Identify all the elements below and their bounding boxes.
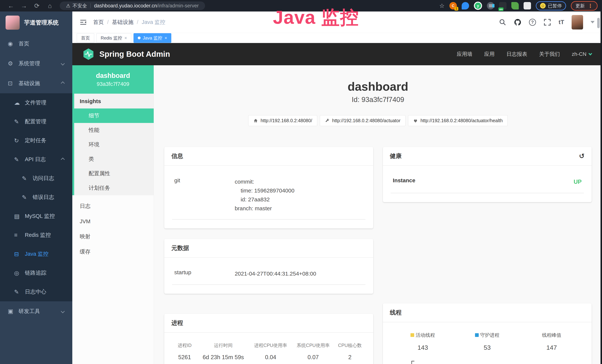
cloud-upload-icon: ☁ bbox=[14, 99, 25, 106]
main-content: dashboard Id: 93a3fc7f7409 http://192.16… bbox=[154, 65, 602, 364]
app-logo-image bbox=[6, 16, 20, 30]
sidebar-item-dev-tools[interactable]: ▣ 研发工具 bbox=[0, 301, 72, 321]
instance-item-logs[interactable]: 日志 bbox=[72, 199, 154, 214]
page-scrollbar[interactable] bbox=[597, 18, 600, 28]
sba-locale-select[interactable]: zh-CN bbox=[572, 51, 592, 57]
health-card-title: 健康 bbox=[390, 152, 402, 160]
process-table: 进程ID5261 运行时间6d 23h 15m 59s 进程CPU使用率0.04… bbox=[172, 342, 366, 361]
extension-icon-orange[interactable]: C1 bbox=[449, 2, 457, 10]
update-label: 更新 bbox=[575, 3, 585, 9]
browser-home-icon[interactable]: ⌂ bbox=[43, 2, 56, 10]
instance-item-caches[interactable]: 缓存 bbox=[72, 244, 154, 259]
extension-icon-green-y[interactable]: y bbox=[474, 2, 482, 10]
sidebar-item-config-mgmt[interactable]: ✎ 配置管理 bbox=[0, 112, 72, 131]
sidebar-item-log-center[interactable]: ✎ 日志中心 bbox=[0, 282, 72, 301]
tab-java-monitor[interactable]: Java 监控 × bbox=[133, 33, 171, 43]
health-url-button[interactable]: http://192.168.0.2:48080/actuator/health bbox=[408, 115, 508, 126]
insights-item-environment[interactable]: 环境 bbox=[74, 137, 154, 152]
back-icon[interactable]: ← bbox=[4, 2, 17, 10]
sidebar-item-java-monitor[interactable]: ⊟ Java 监控 bbox=[0, 245, 72, 264]
right-panel: 首页 / 基础设施 / Java 监控 ? tT bbox=[72, 11, 602, 364]
font-size-icon[interactable]: tT bbox=[559, 19, 564, 26]
sidebar-item-label: 文件管理 bbox=[25, 99, 46, 107]
sidebar-item-infrastructure[interactable]: ⊡ 基础设施 bbox=[0, 74, 72, 93]
forward-icon[interactable]: → bbox=[17, 2, 30, 10]
instance-item-mappings[interactable]: 映射 bbox=[72, 229, 154, 244]
sidebar-item-access-logs[interactable]: ✎ 访问日志 bbox=[0, 169, 72, 188]
close-icon[interactable]: × bbox=[124, 35, 127, 41]
collapse-sidebar-icon[interactable] bbox=[80, 19, 87, 25]
user-avatar[interactable] bbox=[572, 15, 583, 30]
insights-item-config-props[interactable]: 配置属性 bbox=[74, 166, 154, 181]
instance-header[interactable]: dashboard 93a3fc7f7409 bbox=[72, 65, 154, 94]
close-icon[interactable]: × bbox=[164, 35, 167, 41]
edit-icon: ✎ bbox=[14, 118, 25, 125]
sba-title: Spring Boot Admin bbox=[99, 50, 170, 59]
sidebar-item-api-logs[interactable]: ✎ API 日志 bbox=[0, 150, 72, 169]
help-icon[interactable]: ? bbox=[529, 19, 536, 26]
legend-live-threads: 活动线程 143 bbox=[391, 332, 455, 351]
layers-icon: ≡ bbox=[14, 232, 25, 238]
sidebar-item-redis-monitor[interactable]: ≡ Redis 监控 bbox=[0, 226, 72, 245]
process-col-header: 进程CPU使用率 bbox=[249, 342, 292, 348]
breadcrumb-item-infrastructure[interactable]: 基础设施 bbox=[112, 19, 133, 26]
search-icon[interactable] bbox=[499, 19, 506, 26]
sba-nav-applications[interactable]: 应用 bbox=[484, 51, 495, 58]
browser-menu-icon[interactable]: ⋮ bbox=[588, 3, 593, 9]
chart-y-axis-cap bbox=[411, 361, 414, 361]
sba-nav-about[interactable]: 关于我们 bbox=[539, 51, 560, 58]
extension-icon-on[interactable]: on bbox=[499, 2, 506, 10]
profile-paused-badge[interactable]: ☺ 已暂停 bbox=[536, 1, 566, 11]
github-icon[interactable] bbox=[514, 18, 522, 26]
browser-update-button[interactable]: 更新 ⋮ bbox=[571, 1, 598, 11]
insights-item-details[interactable]: 细节 bbox=[74, 108, 154, 123]
instance-item-jvm[interactable]: JVM bbox=[72, 214, 154, 229]
address-bar[interactable]: ⚠ 不安全 dashboard.yudao.iocoder.cn/infra/a… bbox=[60, 1, 205, 10]
actuator-url-button[interactable]: http://192.168.0.2:48080/actuator bbox=[320, 115, 406, 126]
instance-id-line: Id: 93a3fc7f7409 bbox=[164, 96, 592, 104]
sba-body: dashboard 93a3fc7f7409 Insights 细节 性能 环境… bbox=[72, 65, 602, 364]
insights-item-scheduled-tasks[interactable]: 计划任务 bbox=[74, 181, 154, 195]
cpu-cores-value: 2 bbox=[334, 354, 366, 361]
sidebar-item-home[interactable]: ◉ 首页 bbox=[0, 34, 72, 54]
reload-icon[interactable]: ⟳ bbox=[30, 2, 43, 10]
service-url-button[interactable]: http://192.168.0.2:48080/ bbox=[248, 115, 317, 126]
sidebar-item-tracing[interactable]: ◎ 链路追踪 bbox=[0, 264, 72, 282]
peak-threads-value: 147 bbox=[519, 344, 584, 351]
legend-label: 活动线程 bbox=[416, 332, 435, 338]
tab-redis-monitor[interactable]: Redis 监控 × bbox=[97, 33, 131, 43]
bookmark-star-icon[interactable]: ☆ bbox=[439, 2, 445, 9]
sidebar-item-mysql-monitor[interactable]: ▤ MySQL 监控 bbox=[0, 207, 72, 226]
health-card: 健康 ↺ Instance UP bbox=[383, 147, 592, 202]
sidebar-item-label: 错误日志 bbox=[33, 193, 54, 201]
instance-name: dashboard bbox=[96, 72, 130, 80]
tab-home[interactable]: 首页 bbox=[77, 33, 94, 43]
app-logo-row[interactable]: 芋道管理系统 bbox=[0, 11, 72, 34]
security-label[interactable]: 不安全 bbox=[73, 3, 87, 9]
breadcrumb-item-home[interactable]: 首页 bbox=[93, 19, 104, 26]
extension-icon-pin[interactable] bbox=[462, 2, 469, 10]
sba-nav-journal[interactable]: 日志报表 bbox=[506, 51, 527, 58]
sidebar-item-scheduled-jobs[interactable]: ↻ 定时任务 bbox=[0, 131, 72, 150]
extension-icon-leaf[interactable] bbox=[511, 2, 519, 10]
extension-badge: 1 bbox=[454, 7, 458, 11]
sidebar-item-label: MySQL 监控 bbox=[25, 213, 55, 220]
url-path: /infra/admin-server bbox=[157, 3, 199, 9]
sidebar-item-label: 系统管理 bbox=[19, 60, 40, 67]
caret-down-icon[interactable] bbox=[591, 21, 595, 23]
sidebar-item-file-mgmt[interactable]: ☁ 文件管理 bbox=[0, 93, 72, 112]
sba-nav-wallboard[interactable]: 应用墙 bbox=[457, 51, 473, 58]
process-card: 进程 进程ID5261 运行时间6d 23h 15m 59s 进程CPU使用率0… bbox=[164, 314, 373, 364]
threads-legend: 活动线程 143 守护进程 53 线程峰值 14 bbox=[391, 332, 584, 351]
fullscreen-icon[interactable] bbox=[543, 18, 551, 26]
health-history-icon[interactable]: ↺ bbox=[579, 152, 585, 160]
sidebar-item-error-logs[interactable]: ✎ 错误日志 bbox=[0, 188, 72, 207]
metadata-card-title: 元数据 bbox=[164, 239, 373, 258]
git-time-line: time: 1596289704000 bbox=[235, 186, 363, 195]
sidebar-item-system-mgmt[interactable]: ⚙ 系统管理 bbox=[0, 54, 72, 74]
insights-item-metrics[interactable]: 性能 bbox=[74, 123, 154, 137]
live-threads-value: 143 bbox=[391, 344, 455, 351]
extension-icon-grid[interactable] bbox=[487, 2, 494, 10]
extensions-puzzle-icon[interactable] bbox=[524, 2, 531, 10]
insights-item-classes[interactable]: 类 bbox=[74, 152, 154, 166]
